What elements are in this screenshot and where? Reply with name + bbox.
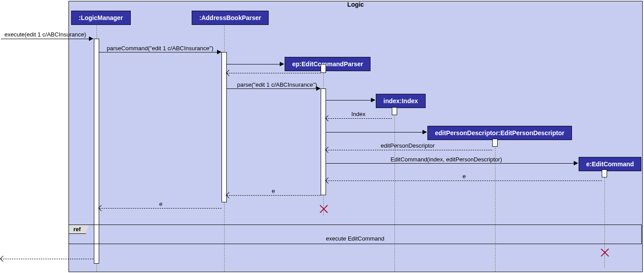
arrowhead-create-editcmd xyxy=(574,161,578,165)
arrow-parse xyxy=(227,88,320,89)
arrow-parsecommand xyxy=(99,52,221,52)
arrowhead-create-index xyxy=(371,98,375,102)
arrow-create-editcmd xyxy=(326,163,577,164)
activation-editcommand xyxy=(602,169,607,177)
msg-epd-return: editPersonDescriptor xyxy=(381,142,435,149)
arrow-final-return xyxy=(1,259,93,259)
participant-logicmanager: :LogicManager xyxy=(71,11,131,25)
ref-box: execute EditCommand xyxy=(68,225,642,244)
sequence-diagram: Logic :LogicManager :AddressBookParser e… xyxy=(0,0,644,273)
ref-text: execute EditCommand xyxy=(326,235,385,242)
arrow-create-ecp xyxy=(227,64,284,64)
arrowhead-create-epd xyxy=(423,130,427,134)
msg-e-return2: e xyxy=(272,188,275,194)
destroy-editcommand xyxy=(599,247,610,258)
arrowhead-parse xyxy=(316,86,321,91)
msg-editcmd-create: EditCommand(index, editPersonDescriptor) xyxy=(390,156,502,163)
activation-editcommandparser-1 xyxy=(321,64,326,73)
activation-editpersondescriptor xyxy=(492,139,498,147)
participant-index: index:Index xyxy=(376,94,426,108)
arrow-return-epd xyxy=(326,150,492,150)
msg-execute: execute(edit 1 c/ABCInsurance) xyxy=(4,31,86,38)
msg-parsecommand: parseCommand("edit 1 c/ABCInsurance") xyxy=(107,45,213,52)
arrowhead-final-return xyxy=(0,256,6,262)
msg-parse: parse("edit 1 c/ABCInsurance") xyxy=(237,81,317,88)
arrow-return-e1 xyxy=(326,181,602,181)
arrow-return-index xyxy=(326,118,392,119)
participant-editcommand: e:EditCommand xyxy=(579,157,641,171)
activation-addressbookparser xyxy=(221,52,227,202)
activation-index xyxy=(392,107,397,115)
frame-title: Logic xyxy=(347,1,364,8)
participant-addressbookparser: :AddressBookParser xyxy=(192,11,269,25)
arrow-create-index xyxy=(326,100,375,100)
arrow-create-epd xyxy=(326,132,427,132)
arrow-execute xyxy=(1,39,93,39)
arrowhead-parsecommand xyxy=(217,50,221,54)
arrowhead-create-ecp xyxy=(280,62,284,66)
arrow-return-e3 xyxy=(99,208,221,209)
ref-label: ref xyxy=(68,225,86,234)
msg-e-return1: e xyxy=(463,173,466,180)
participant-editcommandparser: ep:EditCommandParser xyxy=(285,57,370,71)
activation-editcommandparser-2 xyxy=(321,88,326,195)
msg-e-return3: e xyxy=(159,201,162,207)
destroy-editcommandparser xyxy=(318,204,329,214)
arrowhead-execute xyxy=(89,36,93,41)
participant-editpersondescriptor: editPersonDescriptor:EditPersonDescripto… xyxy=(427,126,572,140)
arrow-return-ecp xyxy=(227,73,321,73)
msg-index-return: Index xyxy=(351,111,366,117)
arrow-return-e2 xyxy=(227,195,321,196)
